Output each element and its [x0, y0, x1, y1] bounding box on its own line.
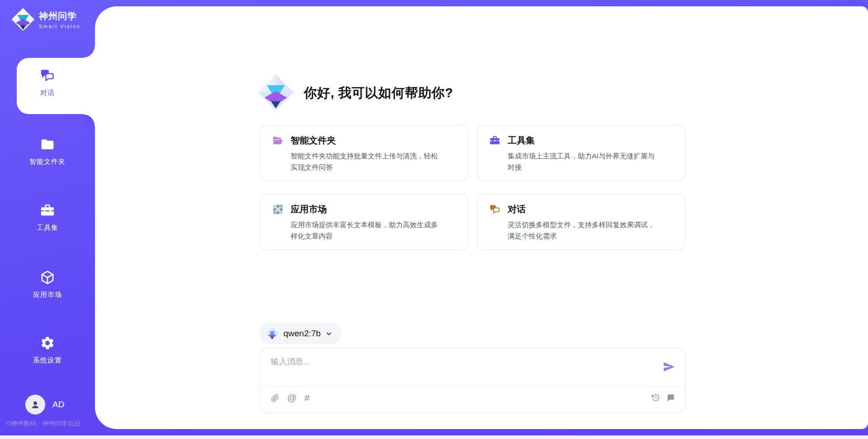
sidebar-item-label: 智能文件夹 [29, 157, 66, 166]
active-tab-fillet-top [83, 46, 95, 58]
message-input[interactable] [271, 356, 651, 382]
card-description: 灵活切换多模型文件，支持多样回复效果调试，满足个性化需求 [508, 219, 660, 242]
card-title: 智能文件夹 [291, 134, 336, 147]
paperclip-icon[interactable] [271, 394, 279, 402]
cube-icon [40, 270, 55, 285]
folder-icon [40, 137, 55, 152]
card-description: 应用市场提供丰富长文本模板，助力高效生成多样化文章内容 [291, 219, 443, 242]
card-title: 工具集 [508, 134, 535, 147]
chat-icon [40, 68, 55, 83]
card-description: 智能文件夹功能支持批量文件上传与清洗，轻松实现文件问答 [291, 150, 443, 173]
card-chat[interactable]: 对话 灵活切换多模型文件，支持多样回复效果调试，满足个性化需求 [477, 194, 685, 250]
grid-icon [272, 204, 283, 215]
brand-diamond-icon [257, 73, 295, 111]
model-selector[interactable]: qwen2:7b [259, 323, 342, 344]
folder-open-icon [272, 135, 283, 146]
brand-diamond-icon [11, 7, 35, 32]
brand-subtitle: Smart Vision [39, 24, 80, 29]
gear-icon [40, 335, 55, 351]
card-description: 集成市场上主流工具，助力AI与外界无缝扩展与对接 [508, 150, 660, 173]
sidebar: 神州问学 Smart Vision 对话 智能文件夹 工具集 [0, 0, 95, 439]
card-app-market[interactable]: 应用市场 应用市场提供丰富长文本模板，助力高效生成多样化文章内容 [260, 194, 468, 250]
toolbox-icon [40, 203, 55, 218]
brand-name: 神州问学 [39, 10, 80, 22]
chat-icon [489, 204, 500, 215]
composer-divider [260, 387, 685, 387]
model-name: qwen2:7b [283, 329, 321, 339]
brand-logo: 神州问学 Smart Vision [11, 7, 80, 32]
message-composer: @ # [259, 348, 685, 413]
model-diamond-icon [265, 327, 279, 340]
horizontal-scrollbar[interactable] [0, 435, 868, 439]
sidebar-item-settings[interactable]: 系统设置 [0, 335, 95, 365]
card-title: 对话 [508, 203, 526, 215]
card-toolset[interactable]: 工具集 集成市场上主流工具，助力AI与外界无缝扩展与对接 [477, 125, 685, 181]
sidebar-item-toolset[interactable]: 工具集 [0, 203, 95, 232]
active-tab-fillet-bottom [83, 114, 95, 126]
card-smart-folder[interactable]: 智能文件夹 智能文件夹功能支持批量文件上传与清洗，轻松实现文件问答 [260, 125, 468, 181]
greeting-title: 你好, 我可以如何帮助你? [304, 84, 453, 102]
comment-icon[interactable] [666, 393, 675, 402]
sidebar-item-smart-folder[interactable]: 智能文件夹 [0, 137, 95, 166]
user-name: AD [52, 400, 64, 410]
sidebar-item-app-market[interactable]: 应用市场 [0, 270, 95, 299]
sidebar-item-label: 应用市场 [33, 291, 62, 299]
user-profile[interactable]: AD [25, 395, 64, 415]
sidebar-item-label: 工具集 [37, 224, 58, 232]
card-title: 应用市场 [291, 203, 327, 215]
main-content: 你好, 我可以如何帮助你? 智能文件夹 智能文件夹功能支持批量文件上传与清洗，轻… [95, 6, 868, 429]
sidebar-item-chat[interactable]: 对话 [0, 68, 95, 97]
person-icon [29, 399, 41, 410]
sidebar-item-label: 系统设置 [33, 356, 62, 365]
chevron-down-icon [325, 330, 333, 338]
hash-icon[interactable]: # [304, 393, 310, 402]
send-icon[interactable] [663, 361, 675, 373]
sidebar-item-label: 对话 [40, 89, 55, 97]
copyright-text: ©神州数码 · 神州问学出品 [6, 420, 80, 428]
at-icon[interactable]: @ [287, 393, 297, 402]
avatar [25, 395, 45, 415]
history-icon[interactable] [651, 393, 660, 402]
toolbox-icon [489, 135, 500, 146]
